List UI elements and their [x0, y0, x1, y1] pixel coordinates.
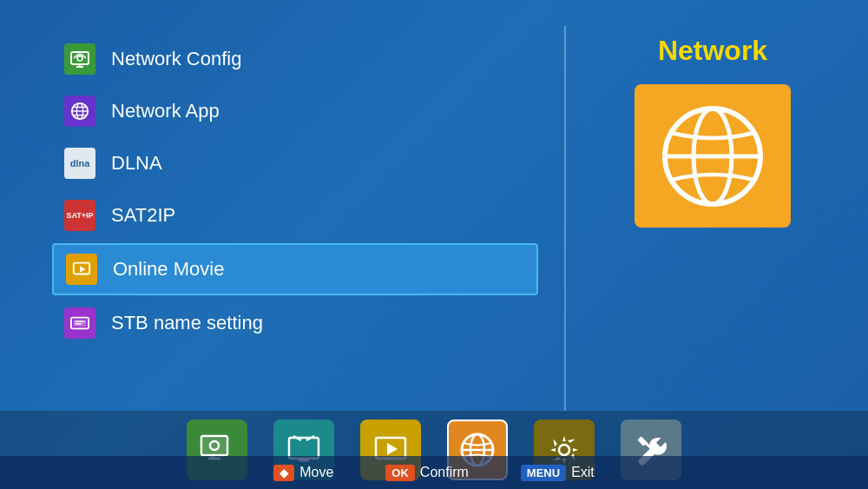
move-label: Move [299, 465, 333, 480]
svg-marker-10 [80, 266, 85, 272]
online-movie-icon [66, 254, 97, 285]
confirm-status: OK Confirm [385, 465, 469, 481]
stb-name-label: STB name setting [111, 312, 263, 334]
move-badge: ◆ [273, 465, 294, 481]
menu-item-online-movie[interactable]: Online Movie [52, 243, 538, 295]
confirm-label: Confirm [420, 465, 469, 480]
sat2ip-icon: SAT+IP [64, 200, 95, 231]
online-movie-label: Online Movie [113, 258, 224, 281]
exit-status: MENU Exit [521, 465, 595, 481]
dlna-label: DLNA [111, 152, 162, 175]
move-status: ◆ Move [273, 465, 333, 481]
menu-panel: Network Config Network App dlna DLNA [52, 26, 538, 411]
sat2ip-label: SAT2IP [111, 204, 175, 227]
menu-item-stb-name[interactable]: STB name setting [52, 299, 538, 347]
network-app-label: Network App [111, 100, 220, 122]
svg-marker-33 [387, 443, 398, 455]
menu-badge: MENU [521, 465, 566, 481]
svg-point-37 [559, 445, 569, 455]
network-config-label: Network Config [111, 48, 241, 70]
status-bar: ◆ Move OK Confirm MENU Exit [0, 456, 868, 489]
svg-rect-19 [203, 438, 226, 453]
menu-item-sat2ip[interactable]: SAT+IP SAT2IP [52, 191, 538, 240]
network-config-icon [64, 43, 95, 75]
svg-rect-12 [74, 320, 87, 326]
menu-item-dlna[interactable]: dlna DLNA [52, 139, 538, 188]
stb-name-icon [64, 307, 95, 339]
menu-item-network-config[interactable]: Network Config [52, 35, 538, 83]
ok-badge: OK [385, 465, 415, 481]
dlna-icon: dlna [64, 148, 95, 179]
panel-divider [564, 26, 566, 411]
network-app-icon [64, 96, 95, 127]
menu-item-network-app[interactable]: Network App [52, 87, 538, 135]
network-icon-box [635, 84, 791, 228]
panel-title: Network [658, 35, 767, 67]
globe-large-icon [656, 100, 769, 213]
right-panel: Network [592, 26, 833, 411]
exit-label: Exit [571, 465, 595, 480]
